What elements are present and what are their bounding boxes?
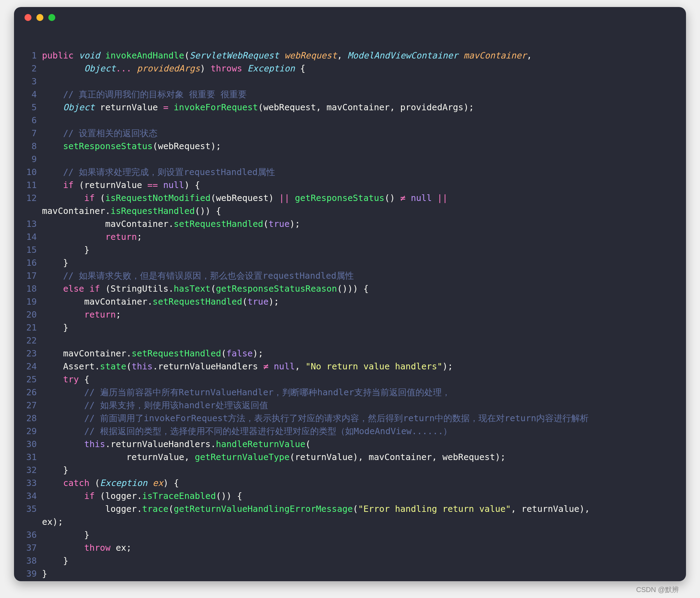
code-token: ); — [253, 348, 263, 359]
code-line[interactable]: mavContainer.isRequestHandled()) { — [42, 204, 595, 217]
zoom-icon[interactable] — [48, 14, 55, 21]
code-line[interactable]: else if (StringUtils.hasText(getResponse… — [42, 282, 595, 295]
code-token — [42, 167, 63, 177]
code-line[interactable]: // 设置相关的返回状态 — [42, 127, 595, 140]
code-token: mavContainer — [463, 50, 527, 61]
code-line[interactable] — [42, 334, 595, 347]
line-number: 8 — [21, 140, 37, 153]
code-token: if — [84, 491, 100, 501]
code-line[interactable]: } — [42, 464, 595, 477]
code-token: false — [226, 348, 253, 359]
code-token: ex); — [42, 517, 63, 527]
code-token: = — [163, 102, 174, 112]
code-token: , — [295, 361, 306, 371]
code-line[interactable]: returnValue, getReturnValueType(returnVa… — [42, 451, 595, 464]
line-number: 16 — [21, 256, 37, 269]
code-line[interactable] — [42, 114, 595, 127]
code-token: invokeAndHandle — [105, 50, 184, 61]
code-line[interactable]: } — [42, 256, 595, 269]
code-line[interactable]: mavContainer.setRequestHandled(true); — [42, 295, 595, 308]
code-line[interactable]: } — [42, 554, 595, 567]
code-line[interactable]: } — [42, 321, 595, 334]
line-number: 20 — [21, 308, 37, 321]
code-token: isRequestHandled — [111, 206, 195, 216]
line-number: 19 — [21, 295, 37, 308]
code-token: ex — [153, 478, 163, 488]
code-token: getResponseStatusReason — [216, 284, 337, 294]
code-token: // 遍历当前容器中所有ReturnValueHandler，判断哪种handl… — [84, 387, 450, 397]
code-line[interactable]: Object returnValue = invokeForRequest(we… — [42, 101, 595, 114]
watermark-label: CSDN @默辨 — [636, 585, 679, 594]
code-line[interactable]: setResponseStatus(webRequest); — [42, 140, 595, 153]
code-line[interactable]: if (isRequestNotModified(webRequest) || … — [42, 192, 595, 204]
code-line[interactable]: // 遍历当前容器中所有ReturnValueHandler，判断哪种handl… — [42, 386, 595, 399]
line-number: 34 — [21, 489, 37, 502]
minimize-icon[interactable] — [36, 14, 43, 21]
code-line[interactable]: if (returnValue == null) { — [42, 179, 595, 192]
line-number: 11 — [21, 179, 37, 192]
code-line[interactable]: } — [42, 567, 595, 580]
code-line[interactable]: Object... providedArgs) throws Exception… — [42, 62, 595, 75]
code-token: { — [84, 374, 89, 384]
code-line[interactable]: // 如果支持，则使用该handler处理该返回值 — [42, 399, 595, 412]
line-number: 6 — [21, 114, 37, 127]
code-line[interactable]: // 根据返回的类型，选择使用不同的处理器进行处理对应的类型（如ModeAndV… — [42, 425, 595, 438]
code-line[interactable]: mavContainer.setRequestHandled(true); — [42, 217, 595, 230]
code-line[interactable] — [42, 75, 595, 88]
code-line[interactable]: // 如果请求处理完成，则设置requestHandled属性 — [42, 166, 595, 179]
code-line[interactable]: public void invokeAndHandle(ServletWebRe… — [42, 49, 595, 62]
code-line[interactable]: // 真正的调用我们的目标对象 很重要 很重要 — [42, 88, 595, 101]
code-line[interactable]: mavContainer.setRequestHandled(false); — [42, 347, 595, 360]
code-token: mavContainer. — [42, 219, 174, 229]
line-number: 32 — [21, 464, 37, 477]
code-token — [42, 271, 63, 281]
code-line[interactable]: if (logger.isTraceEnabled()) { — [42, 489, 595, 502]
code-token: .returnValueHandlers — [153, 361, 263, 371]
code-line[interactable]: this.returnValueHandlers.handleReturnVal… — [42, 438, 595, 451]
line-number: 24 — [21, 360, 37, 373]
code-line[interactable]: } — [42, 528, 595, 541]
line-number: 21 — [21, 321, 37, 334]
line-number: 7 — [21, 127, 37, 140]
code-token: true — [268, 219, 289, 229]
code-token: ); — [442, 361, 453, 371]
code-token: ≠ — [263, 361, 274, 371]
code-token: ); — [268, 297, 279, 307]
code-line[interactable]: return; — [42, 308, 595, 321]
code-token — [42, 426, 84, 436]
code-token: // 前面调用了invokeForRequest方法，表示执行了对应的请求内容，… — [84, 413, 589, 423]
code-token: } — [42, 569, 47, 579]
code-token: this — [84, 439, 105, 449]
code-token: trace — [142, 504, 168, 514]
code-line[interactable]: catch (Exception ex) { — [42, 477, 595, 489]
code-line[interactable]: } — [42, 243, 595, 256]
line-number: 2 — [21, 62, 37, 75]
code-token: null — [274, 361, 295, 371]
code-line[interactable] — [42, 153, 595, 166]
code-token: // 设置相关的返回状态 — [63, 128, 158, 138]
code-line[interactable]: ex); — [42, 515, 595, 528]
close-icon[interactable] — [24, 14, 31, 21]
line-number: 1 — [21, 49, 37, 62]
code-window: 1234567891011121314151617181920212223242… — [14, 7, 686, 581]
code-token: ( — [100, 193, 105, 203]
code-token: .returnValueHandlers. — [105, 439, 216, 449]
code-token: return — [105, 232, 137, 242]
code-token: Object — [63, 102, 100, 112]
code-line[interactable]: Assert.state(this.returnValueHandlers ≠ … — [42, 360, 595, 373]
code-line[interactable]: return; — [42, 230, 595, 243]
code-token: // 如果请求处理完成，则设置requestHandled属性 — [63, 167, 275, 177]
code-line[interactable]: throw ex; — [42, 541, 595, 554]
code-token: (returnValue), mavContainer, webRequest)… — [289, 452, 505, 462]
code-token: else if — [63, 284, 105, 294]
code-area[interactable]: public void invokeAndHandle(ServletWebRe… — [37, 49, 595, 580]
code-line[interactable]: logger.trace(getReturnValueHandlingError… — [42, 502, 595, 515]
code-token: setResponseStatus — [63, 141, 153, 151]
line-number: 22 — [21, 334, 37, 347]
code-line[interactable]: // 前面调用了invokeForRequest方法，表示执行了对应的请求内容，… — [42, 412, 595, 425]
code-line[interactable]: // 如果请求失败，但是有错误原因，那么也会设置requestHandled属性 — [42, 269, 595, 282]
code-line[interactable]: try { — [42, 373, 595, 386]
code-token: ≠ — [400, 193, 411, 203]
code-token — [42, 284, 63, 294]
code-token: ModelAndViewContainer — [348, 50, 463, 61]
